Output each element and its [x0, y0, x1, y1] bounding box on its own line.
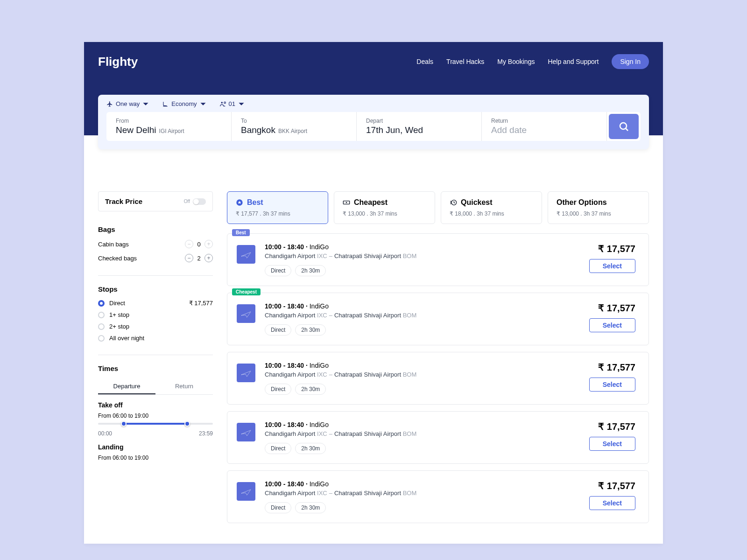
people-icon — [219, 101, 226, 107]
select-button[interactable]: Select — [589, 437, 635, 451]
tab-departure[interactable]: Departure — [98, 379, 155, 394]
flight-price: ₹ 17,577 — [589, 243, 635, 254]
stops-chip: Direct — [265, 443, 291, 454]
select-button[interactable]: Select — [589, 318, 635, 332]
cabin-select[interactable]: Economy — [162, 100, 206, 107]
plane-icon — [106, 101, 113, 107]
to-airport: Chatrapati Shivaji Airport — [334, 312, 401, 319]
track-price-card: Track Price Off — [98, 191, 213, 211]
airline-name: IndiGo — [310, 480, 329, 488]
cabin-bags-minus[interactable]: − — [185, 240, 193, 248]
airline-icon — [237, 423, 255, 441]
to-field[interactable]: To BangkokBKK Airport — [232, 112, 357, 141]
seat-icon — [162, 101, 169, 107]
stops-direct[interactable]: Direct ₹ 17,577 — [98, 300, 213, 307]
from-airport: Chandigarh Airport — [265, 312, 315, 319]
flight-price: ₹ 17,577 — [589, 302, 635, 314]
slider-handle-max[interactable] — [184, 421, 190, 427]
flight-badge: Best — [232, 229, 250, 236]
flight-card[interactable]: Best 10:00 - 18:40 · IndiGo Chandigarh A… — [227, 233, 649, 286]
select-button[interactable]: Select — [589, 259, 635, 273]
from-field[interactable]: From New DelhiIGI Airport — [106, 112, 232, 141]
flight-time: 10:00 - 18:40 — [265, 362, 304, 369]
cabin-bags-plus[interactable]: + — [204, 240, 213, 248]
stops-chip: Direct — [265, 265, 291, 276]
sort-other[interactable]: Other Options ₹ 13,000 . 3h 37 mins — [548, 191, 649, 224]
toggle-switch — [193, 198, 206, 205]
chevron-down-icon — [238, 101, 245, 107]
nav-my-bookings[interactable]: My Bookings — [497, 58, 535, 65]
return-field[interactable]: Return Add date — [482, 112, 607, 141]
stops-chip: Direct — [265, 324, 291, 336]
stops-2plus[interactable]: 2+ stop — [98, 323, 213, 330]
tab-return[interactable]: Return — [155, 379, 213, 394]
search-card: One way Economy 01 From New DelhiIGI Air… — [98, 95, 649, 149]
from-airport: Chandigarh Airport — [265, 252, 315, 259]
stops-filter: Stops Direct ₹ 17,577 1+ stop 2+ stop Al… — [98, 285, 213, 342]
to-airport: Chatrapati Shivaji Airport — [334, 371, 401, 378]
from-airport: Chandigarh Airport — [265, 430, 315, 437]
trip-type-select[interactable]: One way — [106, 100, 149, 107]
passengers-select[interactable]: 01 — [219, 100, 245, 107]
duration-chip: 2h 30m — [295, 384, 326, 395]
to-airport: Chatrapati Shivaji Airport — [334, 252, 401, 259]
search-button[interactable] — [609, 114, 639, 139]
nav-travel-hacks[interactable]: Travel Hacks — [446, 58, 484, 65]
stops-1plus[interactable]: 1+ stop — [98, 311, 213, 318]
svg-point-1 — [620, 123, 627, 129]
flight-price: ₹ 17,577 — [589, 421, 635, 432]
stops-chip: Direct — [265, 384, 291, 395]
airline-name: IndiGo — [310, 421, 329, 428]
to-airport: Chatrapati Shivaji Airport — [334, 490, 401, 497]
nav-help[interactable]: Help and Support — [548, 58, 599, 65]
cabin-bags-label: Cabin bags — [98, 241, 129, 248]
slider-handle-min[interactable] — [121, 421, 127, 427]
flight-card[interactable]: 10:00 - 18:40 · IndiGo Chandigarh Airpor… — [227, 411, 649, 464]
select-button[interactable]: Select — [589, 496, 635, 510]
duration-chip: 2h 30m — [295, 265, 326, 276]
takeoff-slider[interactable] — [98, 423, 213, 425]
stops-chip: Direct — [265, 502, 291, 513]
flight-card[interactable]: 10:00 - 18:40 · IndiGo Chandigarh Airpor… — [227, 470, 649, 523]
duration-chip: 2h 30m — [295, 324, 326, 336]
header: Flighty Deals Travel Hacks My Bookings H… — [84, 42, 663, 135]
from-airport: Chandigarh Airport — [265, 490, 315, 497]
brand-logo[interactable]: Flighty — [98, 55, 138, 69]
sort-cheapest[interactable]: Cheapest ₹ 13,000 . 3h 37 mins — [334, 191, 435, 224]
sort-row: Best ₹ 17,577 . 3h 37 mins Cheapest ₹ 13… — [227, 191, 649, 224]
nav-deals[interactable]: Deals — [416, 58, 433, 65]
nav: Deals Travel Hacks My Bookings Help and … — [416, 54, 649, 69]
results: Best ₹ 17,577 . 3h 37 mins Cheapest ₹ 13… — [227, 191, 649, 530]
airline-icon — [237, 364, 255, 382]
flight-time: 10:00 - 18:40 — [265, 243, 304, 251]
stops-overnight[interactable]: All over night — [98, 335, 213, 342]
flight-price: ₹ 17,577 — [589, 362, 635, 373]
flight-time: 10:00 - 18:40 — [265, 480, 304, 488]
airline-name: IndiGo — [310, 302, 329, 310]
flight-price: ₹ 17,577 — [589, 480, 635, 491]
from-airport: Chandigarh Airport — [265, 371, 315, 378]
svg-point-4 — [346, 202, 347, 203]
checked-bags-minus[interactable]: − — [185, 254, 193, 262]
track-price-title: Track Price — [105, 197, 142, 205]
duration-chip: 2h 30m — [295, 502, 326, 513]
money-icon — [343, 199, 350, 206]
flight-card[interactable]: Cheapest 10:00 - 18:40 · IndiGo Chandiga… — [227, 293, 649, 345]
flight-time: 10:00 - 18:40 — [265, 302, 304, 310]
depart-field[interactable]: Depart 17th Jun, Wed — [357, 112, 482, 141]
checked-bags-stepper: − 2 + — [185, 254, 213, 262]
signin-button[interactable]: Sign In — [612, 54, 649, 69]
sort-best[interactable]: Best ₹ 17,577 . 3h 37 mins — [227, 191, 328, 224]
airline-name: IndiGo — [310, 243, 329, 251]
duration-chip: 2h 30m — [295, 443, 326, 454]
sort-quickest[interactable]: Quickest ₹ 18,000 . 3h 37 mins — [441, 191, 542, 224]
chevron-down-icon — [142, 101, 149, 107]
track-price-toggle[interactable]: Off — [184, 198, 206, 205]
filters-sidebar: Track Price Off Bags Cabin bags − 0 + Ch… — [98, 191, 213, 530]
to-airport: Chatrapati Shivaji Airport — [334, 430, 401, 437]
airline-icon — [237, 245, 255, 264]
select-button[interactable]: Select — [589, 378, 635, 392]
chevron-down-icon — [200, 101, 206, 107]
checked-bags-plus[interactable]: + — [204, 254, 213, 262]
flight-card[interactable]: 10:00 - 18:40 · IndiGo Chandigarh Airpor… — [227, 352, 649, 405]
